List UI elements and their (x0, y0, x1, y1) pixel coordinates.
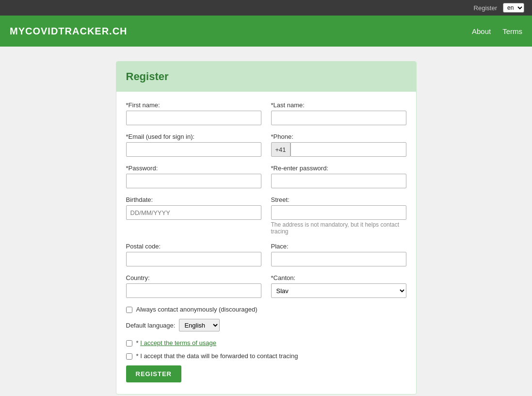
reenter-password-input[interactable] (271, 174, 406, 188)
nav-terms[interactable]: Terms (502, 27, 522, 35)
register-title: Register (126, 70, 406, 83)
last-name-input[interactable] (271, 111, 406, 125)
register-card-header: Register (116, 62, 416, 92)
phone-label: *Phone: (271, 133, 406, 140)
nav-about[interactable]: About (472, 27, 491, 35)
name-row: *First name: *Last name: (126, 101, 406, 125)
country-canton-row: Country: *Canton: Slav AGAIARBE BLBSFRGE… (126, 274, 406, 298)
anonymous-checkbox[interactable] (126, 307, 132, 313)
data-forward-label: * I accept that the data will be forward… (136, 352, 298, 360)
canton-label: *Canton: (271, 274, 406, 281)
terms-label: * I accept the terms of usage (136, 339, 216, 346)
password-label: *Password: (126, 165, 261, 172)
birthdate-label: Birthdate: (126, 196, 261, 203)
first-name-input[interactable] (126, 111, 261, 125)
password-row: *Password: *Re-enter password: (126, 165, 406, 188)
country-input[interactable] (126, 283, 261, 298)
anonymous-checkbox-row: Always contact anonymously (discouraged) (126, 306, 406, 313)
phone-group: *Phone: +41 (271, 133, 406, 157)
email-input[interactable] (126, 142, 261, 157)
place-input[interactable] (271, 252, 406, 266)
register-button[interactable]: REGISTER (126, 365, 181, 382)
street-hint: The address is not mandatory, but it hel… (271, 221, 406, 235)
phone-number-input[interactable] (290, 142, 406, 157)
street-label: Street: (271, 196, 406, 203)
place-group: Place: (271, 243, 406, 266)
default-language-label: Default language: (126, 322, 176, 329)
birthdate-group: Birthdate: (126, 196, 261, 235)
birthdate-input[interactable] (126, 205, 261, 220)
email-group: *Email (used for sign in): (126, 133, 261, 157)
header: MYCOVIDTRACKER.CH About Terms (0, 16, 532, 47)
postal-code-group: Postal code: (126, 243, 261, 266)
reenter-password-label: *Re-enter password: (271, 165, 406, 172)
default-language-row: Default language: English Deutsch França… (126, 319, 406, 331)
country-group: Country: (126, 274, 261, 298)
terms-prefix: * (136, 339, 141, 346)
default-language-select[interactable]: English Deutsch Français Italiano (179, 319, 220, 331)
street-input[interactable] (271, 205, 406, 220)
logo: MYCOVIDTRACKER.CH (10, 26, 128, 37)
password-group: *Password: (126, 165, 261, 188)
postal-code-label: Postal code: (126, 243, 261, 250)
data-forward-checkbox[interactable] (126, 353, 132, 360)
language-selector[interactable]: en de fr it (503, 3, 524, 13)
reenter-password-group: *Re-enter password: (271, 165, 406, 188)
terms-link[interactable]: I accept the terms of usage (140, 339, 216, 346)
data-forward-checkbox-row: * I accept that the data will be forward… (126, 352, 406, 360)
postal-code-input[interactable] (126, 252, 261, 266)
first-name-label: *First name: (126, 101, 261, 109)
country-label: Country: (126, 274, 261, 281)
canton-group: *Canton: Slav AGAIARBE BLBSFRGE GLGRJULU… (271, 274, 406, 298)
main-nav: About Terms (472, 27, 522, 35)
register-card: Register *First name: *Last name: *Email… (116, 61, 417, 395)
register-link[interactable]: Register (474, 4, 497, 12)
register-card-body: *First name: *Last name: *Email (used fo… (116, 92, 416, 394)
email-phone-row: *Email (used for sign in): *Phone: +41 (126, 133, 406, 157)
phone-prefix: +41 (271, 142, 290, 157)
place-label: Place: (271, 243, 406, 250)
street-group: Street: The address is not mandatory, bu… (271, 196, 406, 235)
last-name-group: *Last name: (271, 101, 406, 125)
canton-select[interactable]: Slav AGAIARBE BLBSFRGE GLGRJULU NENWOWSG… (271, 283, 406, 298)
password-input[interactable] (126, 174, 261, 188)
email-label: *Email (used for sign in): (126, 133, 261, 140)
first-name-group: *First name: (126, 101, 261, 125)
postal-place-row: Postal code: Place: (126, 243, 406, 266)
last-name-label: *Last name: (271, 101, 406, 109)
phone-input-group: +41 (271, 142, 406, 157)
top-bar: Register en de fr it (0, 0, 532, 16)
terms-checkbox-row: * I accept the terms of usage (126, 339, 406, 346)
birthdate-street-row: Birthdate: Street: The address is not ma… (126, 196, 406, 235)
anonymous-label: Always contact anonymously (discouraged) (136, 306, 258, 313)
main-content: Register *First name: *Last name: *Email… (0, 47, 532, 396)
terms-checkbox[interactable] (126, 340, 132, 346)
